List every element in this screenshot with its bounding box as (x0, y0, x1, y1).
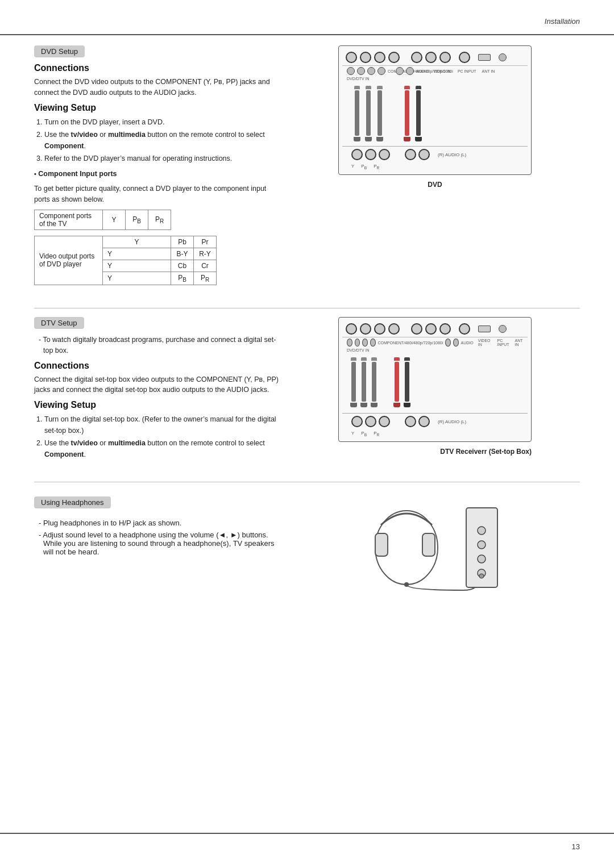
bottom-border (0, 833, 614, 834)
port-6 (425, 52, 437, 63)
dtv-plug-top-2 (361, 357, 367, 361)
dtv-cables-area (342, 354, 528, 411)
dtv-step-1: Turn on the digital set-top box. (Refer … (44, 414, 279, 436)
row1-label: Component portsof the TV (35, 210, 103, 229)
dvd-y: Y (103, 236, 171, 248)
mid-port-3 (367, 67, 375, 75)
section-divider-2 (34, 482, 580, 482)
headphones-section: Using Headphones - Plug headphones in to… (34, 496, 580, 599)
port-5 (411, 52, 422, 63)
tv-label-row: DVD/DTV IN (342, 76, 528, 81)
dtv-plug-top-1 (351, 357, 356, 361)
dtv-port-5 (411, 323, 422, 335)
plug-bot-5 (415, 137, 422, 141)
port-rect-1 (478, 54, 491, 61)
cable-body-1 (355, 90, 359, 136)
tv-mid-port-row: COMPONENT/480i/480p/720p/1080i AUDIO VID… (342, 65, 528, 76)
dtv-port-8 (459, 323, 470, 335)
dvd-step-1: Turn on the DVD player, insert a DVD. (44, 116, 279, 128)
svg-point-3 (404, 582, 409, 587)
page-container: Installation 13 DVD Setup Connections Co… (0, 0, 614, 868)
dtv-cable-body-5 (405, 362, 409, 402)
port-small-1 (499, 53, 507, 61)
ports-table: Component portsof the TV Y PB PR (34, 210, 171, 230)
dtv-cable-body-4 (395, 362, 399, 402)
dtv-bot-audio-l (405, 416, 416, 427)
dtv-cable-4 (393, 357, 400, 407)
dtv-plug-bot-1 (350, 403, 357, 407)
svg-point-9 (479, 574, 484, 578)
dtv-audio-r (453, 339, 459, 347)
plug-top-4 (404, 86, 410, 89)
dtv-section-left: DTV Setup - To watch digitally broadcast… (34, 317, 279, 465)
dtv-port-4 (388, 323, 400, 335)
dtv-mid-1 (347, 339, 352, 347)
cable-body-4 (405, 90, 409, 136)
dvd-ry: R-Y (194, 248, 217, 260)
dtv-cable-body-3 (372, 362, 376, 402)
bot-port-audio-l (405, 149, 416, 160)
dvd-ports-table: Video output portsof DVD player Y Pb Pr … (34, 236, 217, 285)
dtv-bot-audio-r (418, 416, 430, 427)
dvd-y2: Y (103, 248, 171, 260)
header: Installation (545, 17, 580, 26)
dvd-section-left: DVD Setup Connections Connect the DVD vi… (34, 45, 279, 291)
dvd-viewing-title: Viewing Setup (34, 103, 279, 113)
dtv-port-rect-1 (478, 326, 491, 332)
dvd-section: DVD Setup Connections Connect the DVD vi… (34, 45, 580, 291)
dvd-pr: Pr (194, 236, 217, 248)
dvd-row-label: Video output portsof DVD player (35, 236, 103, 285)
dvd-step-2: Use the tv/video or multimedia button on… (44, 129, 279, 152)
plug-bot-2 (365, 137, 372, 141)
mid-port-1 (347, 67, 355, 75)
headphone-left: Using Headphones - Plug headphones in to… (34, 496, 279, 556)
main-content: DVD Setup Connections Connect the DVD vi… (34, 45, 580, 823)
dvd-cb: Cb (171, 260, 194, 272)
dtv-connections-text: Connect the digital set-top box video ou… (34, 374, 279, 396)
dtv-port-3 (374, 323, 385, 335)
mid-port-4 (377, 67, 385, 75)
bottom-port-group-1 (351, 149, 390, 160)
dtv-plug-bot-4 (393, 403, 400, 407)
dtv-bot-group-1 (351, 416, 390, 427)
tv-top-port-row (342, 49, 528, 65)
plug-bot-4 (404, 137, 410, 141)
dtv-viewing-steps: Turn on the digital set-top box. (Refer … (34, 414, 279, 460)
dtv-plug-bot-2 (360, 403, 367, 407)
page-number: 13 (572, 842, 580, 851)
ports-table-row-1: Component portsof the TV Y PB PR (35, 210, 171, 229)
dtv-viewing-title: Viewing Setup (34, 400, 279, 410)
dtv-bottom-ports: (R) AUDIO (L) (342, 413, 528, 429)
headphone-row: Using Headphones - Plug headphones in to… (34, 496, 580, 599)
component-ports-title: • Component Input ports (34, 169, 279, 180)
svg-point-6 (478, 541, 486, 549)
port-2 (360, 52, 371, 63)
dtv-bot-pb (365, 416, 376, 427)
plug-bot-1 (354, 137, 360, 141)
bot-port-pb (365, 149, 376, 160)
dvd-badge: DVD Setup (34, 45, 85, 57)
svg-point-7 (478, 555, 486, 563)
cable-body-3 (377, 90, 382, 136)
dvd-viewing-steps: Turn on the DVD player, insert a DVD. Us… (34, 116, 279, 164)
dvd-pb2: PB (171, 272, 194, 285)
plug-top-5 (416, 86, 421, 89)
headphone-illustration (361, 496, 509, 599)
svg-rect-2 (422, 533, 435, 556)
port-4 (388, 52, 400, 63)
dvd-by: B-Y (171, 248, 194, 260)
cable-4 (404, 86, 410, 141)
cable-3 (376, 86, 383, 141)
dtv-cable-3 (371, 357, 377, 407)
footer: 13 (572, 842, 580, 851)
svg-rect-1 (375, 533, 388, 556)
dtv-bottom-labels: Y PB PR (342, 429, 528, 438)
dvd-y3: Y (103, 260, 171, 272)
dtv-receiver-label: DTV Receiverr (Set-top Box) (338, 448, 532, 456)
dvd-bottom-ports: (R) AUDIO (L) (342, 146, 528, 162)
top-border (0, 34, 614, 35)
dvd-diagram-right: COMPONENT/480i/480p/720p/1080i AUDIO VID… (290, 45, 580, 291)
dtv-mid-3 (362, 339, 368, 347)
bot-port-pr (379, 149, 390, 160)
mid-port-audio-l (396, 67, 404, 75)
